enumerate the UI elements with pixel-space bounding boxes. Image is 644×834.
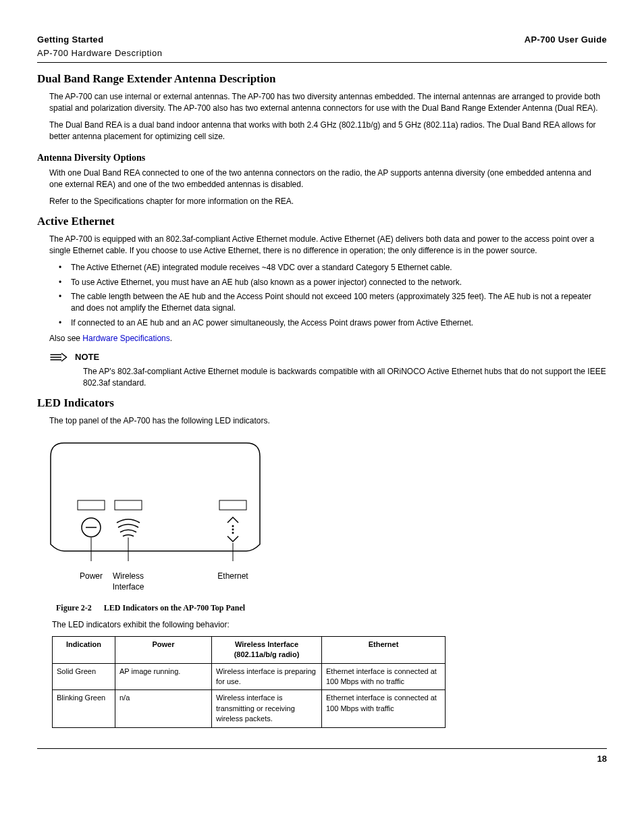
figure-number: Figure 2-2 [56,603,92,613]
table-cell: Wireless interface is transmitting or re… [212,690,322,727]
section-dual-band-title: Dual Band Range Extender Antenna Descrip… [37,71,607,87]
table-cell: Solid Green [53,663,115,690]
fig-label-wireless: Wireless Interface [105,571,152,594]
note-arrow-icon [49,353,70,362]
figure-caption: Figure 2-2LED Indicators on the AP-700 T… [56,602,607,614]
note-block: NOTE The AP's 802.3af-compliant Active E… [49,351,607,389]
paragraph: The AP-700 can use internal or external … [49,91,607,114]
svg-rect-5 [219,500,246,510]
table-cell: Ethernet interface is connected at 100 M… [322,663,446,690]
list-item: The cable length between the AE hub and … [59,291,607,314]
svg-rect-4 [115,500,142,510]
figure-title: LED Indicators on the AP-700 Top Panel [104,603,245,613]
paragraph: The LED indicators exhibit the following… [52,619,607,631]
table-row: Solid Green AP image running. Wireless i… [53,663,446,690]
footer-rule [37,748,607,749]
section-led-title: LED Indicators [37,395,607,411]
paragraph: The Dual Band REA is a dual band indoor … [49,120,607,142]
paragraph: Refer to the Specifications chapter for … [49,196,607,207]
also-see-post: . [170,334,172,343]
table-cell: AP image running. [115,663,212,690]
paragraph: Also see Hardware Specifications. [49,333,607,344]
section-active-ethernet-title: Active Ethernet [37,213,607,230]
table-header: Power [115,636,212,663]
header-right: AP-700 User Guide [525,34,607,46]
svg-point-8 [232,525,234,527]
table-cell: Ethernet interface is connected at 100 M… [322,690,446,727]
table-header: Wireless Interface (802.11a/b/g radio) [212,636,322,663]
figure-led: Power Wireless Interface Ethernet [44,436,607,593]
paragraph: The top panel of the AP-700 has the foll… [49,415,607,427]
list-item: If connected to an AE hub and an AC powe… [59,317,607,329]
list-item: To use Active Ethernet, you must have an… [59,277,607,288]
paragraph: With one Dual Band REA connected to one … [49,167,607,190]
note-body: The AP's 802.3af-compliant Active Ethern… [83,366,607,389]
section-antenna-diversity-title: Antenna Diversity Options [37,151,607,165]
fig-label-ethernet: Ethernet [209,571,257,594]
svg-point-9 [232,528,234,530]
list-item: The Active Ethernet (AE) integrated modu… [59,262,607,273]
svg-rect-3 [78,500,105,510]
led-panel-diagram [44,436,267,565]
header-left: Getting Started [37,34,103,46]
svg-point-10 [232,531,234,533]
note-label: NOTE [75,351,99,363]
also-see-pre: Also see [49,334,82,343]
table-header: Ethernet [322,636,446,663]
bullet-list: The Active Ethernet (AE) integrated modu… [59,262,607,329]
header-rule [37,62,607,63]
table-row: Blinking Green n/a Wireless interface is… [53,690,446,727]
page-number: 18 [37,753,607,765]
header-sub: AP-700 Hardware Description [37,47,607,59]
table-cell: n/a [115,690,212,727]
led-behavior-table: Indication Power Wireless Interface (802… [52,636,446,728]
table-cell: Wireless interface is preparing for use. [212,663,322,690]
table-header: Indication [53,636,115,663]
table-cell: Blinking Green [53,690,115,727]
paragraph: The AP-700 is equipped with an 802.3af-c… [49,234,607,257]
hardware-specifications-link[interactable]: Hardware Specifications [82,334,169,343]
